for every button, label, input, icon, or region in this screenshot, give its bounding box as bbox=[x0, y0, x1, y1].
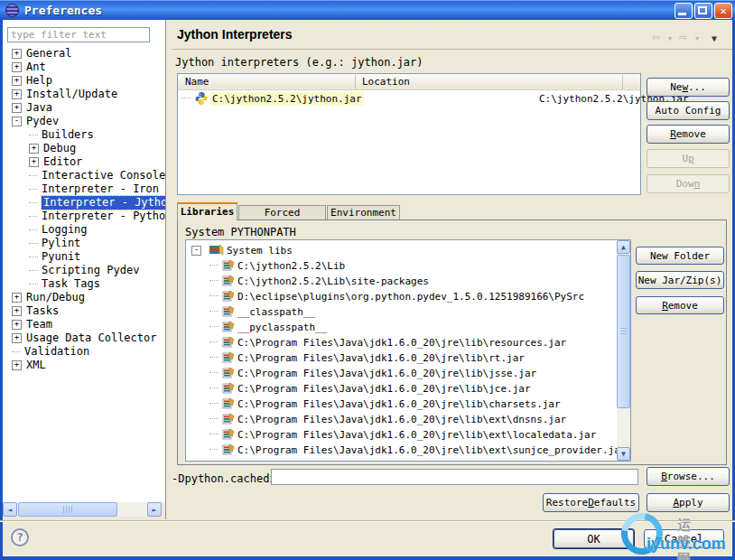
lib-item[interactable]: __pyclasspath__ bbox=[209, 320, 327, 334]
tab-libraries[interactable]: Libraries bbox=[177, 202, 237, 220]
close-button[interactable]: ✕ bbox=[714, 3, 732, 19]
expand-icon[interactable]: + bbox=[12, 62, 22, 72]
tree-item-interpreter-iron-py[interactable]: Interpreter - Iron Py bbox=[3, 182, 165, 196]
hscroll-thumb[interactable] bbox=[18, 502, 117, 517]
forward-dropdown-icon[interactable]: ▼ bbox=[695, 35, 699, 42]
expand-icon[interactable]: + bbox=[12, 360, 22, 370]
interpreters-table[interactable]: Name Location C:\jython2.5.2\jython.jar … bbox=[177, 73, 641, 195]
remove-interpreter-button[interactable]: Remove bbox=[647, 125, 730, 144]
help-button[interactable]: ? bbox=[11, 528, 29, 546]
expand-icon[interactable]: + bbox=[12, 333, 22, 343]
tree-item-run-debug[interactable]: +Run/Debug bbox=[3, 291, 165, 304]
remove-lib-button[interactable]: Remove bbox=[636, 296, 724, 314]
back-dropdown-icon[interactable]: ▼ bbox=[668, 35, 672, 42]
lib-item[interactable]: __classpath__ bbox=[209, 304, 315, 319]
titlebar[interactable]: Preferences ✕ bbox=[0, 0, 735, 20]
table-row[interactable]: C:\jython2.5.2\jython.jar C:\jython2.5.2… bbox=[178, 90, 640, 107]
tree-item-scripting-pydev[interactable]: Scripting Pydev bbox=[3, 264, 165, 277]
expand-icon[interactable]: + bbox=[29, 144, 39, 154]
lib-item[interactable]: C:\Program Files\Java\jdk1.6.0_20\jre\li… bbox=[209, 397, 561, 411]
restore-defaults-button[interactable]: Restore Defaults bbox=[543, 493, 639, 512]
filter-input[interactable] bbox=[7, 27, 150, 42]
column-separator[interactable] bbox=[355, 75, 356, 89]
tree-item-usage-data-collector[interactable]: +Usage Data Collector bbox=[3, 331, 165, 345]
tree-item-general[interactable]: +General bbox=[3, 47, 165, 61]
expand-icon[interactable]: + bbox=[29, 157, 39, 167]
browse-button[interactable]: Browse... bbox=[647, 467, 730, 486]
lib-item[interactable]: C:\jython2.5.2\Lib bbox=[209, 258, 345, 273]
tree-item-pydev[interactable]: -Pydev bbox=[3, 115, 165, 128]
tree-item-pylint[interactable]: Pylint bbox=[3, 237, 165, 250]
table-header[interactable]: Name Location bbox=[178, 74, 640, 90]
down-button[interactable]: Down bbox=[647, 174, 730, 193]
tree-item-tasks[interactable]: +Tasks bbox=[3, 304, 165, 318]
tree-item-help[interactable]: +Help bbox=[3, 74, 165, 88]
tree-item-logging[interactable]: Logging bbox=[3, 223, 165, 237]
tree-item-ant[interactable]: +Ant bbox=[3, 61, 165, 74]
maximize-button[interactable] bbox=[694, 3, 712, 19]
lib-item[interactable]: C:\Program Files\Java\jdk1.6.0_20\jre\li… bbox=[209, 443, 626, 457]
tree-item-interpreter-python[interactable]: Interpreter - Python bbox=[3, 210, 165, 223]
expand-icon[interactable]: + bbox=[12, 320, 22, 330]
minimize-button[interactable] bbox=[675, 3, 693, 19]
forward-icon[interactable]: ⇨ bbox=[679, 29, 687, 45]
tree-item-builders[interactable]: Builders bbox=[3, 128, 165, 142]
tree-item-editor[interactable]: +Editor bbox=[3, 155, 165, 169]
libs-root-label[interactable]: System libs bbox=[227, 245, 293, 257]
expand-icon[interactable]: + bbox=[12, 306, 22, 316]
lib-item[interactable]: C:\Program Files\Java\jdk1.6.0_20\jre\li… bbox=[209, 335, 566, 350]
column-location[interactable]: Location bbox=[362, 76, 410, 88]
expand-icon[interactable]: + bbox=[12, 49, 22, 59]
new-interpreter-button[interactable]: New... bbox=[647, 78, 730, 97]
sidebar-sash[interactable] bbox=[165, 20, 166, 519]
expand-icon[interactable]: + bbox=[12, 103, 22, 113]
tree-item-pyunit[interactable]: Pyunit bbox=[3, 250, 165, 264]
tab-environment[interactable]: Environment bbox=[327, 205, 400, 220]
column-separator[interactable] bbox=[622, 75, 623, 89]
lib-item[interactable]: C:\Program Files\Java\jdk1.6.0_20\jre\li… bbox=[209, 427, 596, 442]
lib-item[interactable]: C:\Program Files\Java\jdk1.6.0_20\jre\li… bbox=[209, 412, 566, 426]
tree-item-team[interactable]: +Team bbox=[3, 318, 165, 331]
libs-root-row[interactable]: - System libs bbox=[191, 243, 293, 257]
column-name[interactable]: Name bbox=[185, 76, 209, 88]
interpreter-name-cell[interactable]: C:\jython2.5.2\jython.jar bbox=[210, 92, 364, 106]
hscroll-left-arrow-icon[interactable]: ◄ bbox=[3, 502, 17, 517]
expand-icon[interactable]: + bbox=[12, 293, 22, 303]
libs-vscroll-thumb[interactable] bbox=[617, 255, 630, 408]
lib-item-label: C:\Program Files\Java\jdk1.6.0_20\jre\li… bbox=[237, 383, 531, 395]
tab-forced-builtins[interactable]: Forced Builtins bbox=[238, 205, 326, 220]
tree-item-interactive-console[interactable]: Interactive Console bbox=[3, 169, 165, 182]
up-button[interactable]: Up bbox=[647, 149, 730, 168]
new-jar-zip-button[interactable]: New Jar/Zip(s) bbox=[636, 271, 724, 289]
expand-icon[interactable]: + bbox=[12, 76, 22, 86]
tree-item-task-tags[interactable]: Task Tags bbox=[3, 277, 165, 291]
lib-item[interactable]: C:\jython2.5.2\Lib\site-packages bbox=[209, 274, 429, 288]
cachedir-input[interactable] bbox=[271, 469, 638, 485]
tree-connector bbox=[209, 265, 219, 266]
lib-item[interactable]: D:\eclipse\plugins\org.python.pydev_1.5.… bbox=[209, 289, 584, 303]
tree-item-java[interactable]: +Java bbox=[3, 101, 165, 115]
expand-icon[interactable]: + bbox=[12, 89, 22, 99]
back-icon[interactable]: ⇦ bbox=[652, 29, 660, 45]
collapse-icon[interactable]: - bbox=[12, 117, 22, 126]
tree-item-debug[interactable]: +Debug bbox=[3, 142, 165, 155]
lib-item[interactable]: C:\Program Files\Java\jdk1.6.0_20\jre\li… bbox=[209, 381, 531, 396]
sidebar: +General+Ant+Help+Install/Update+Java-Py… bbox=[3, 20, 165, 502]
collapse-icon[interactable]: - bbox=[191, 246, 201, 256]
tree-item-validation[interactable]: Validation bbox=[3, 345, 165, 359]
new-folder-button[interactable]: New Folder bbox=[636, 247, 724, 265]
lib-item[interactable]: C:\Program Files\Java\jdk1.6.0_20\jre\li… bbox=[209, 350, 525, 365]
tree-item-xml[interactable]: +XML bbox=[3, 359, 165, 372]
tree-connector bbox=[29, 189, 38, 191]
lib-item[interactable]: C:\Program Files\Java\jdk1.6.0_20\jre\li… bbox=[209, 366, 536, 380]
libs-vscroll-down-icon[interactable]: ▼ bbox=[617, 447, 630, 461]
sidebar-tree: +General+Ant+Help+Install/Update+Java-Py… bbox=[3, 47, 165, 372]
libs-vscroll-up-icon[interactable]: ▲ bbox=[617, 240, 630, 254]
view-menu-icon[interactable]: ▼ bbox=[712, 33, 717, 43]
libs-tree[interactable]: - System libs C:\jython2.5.2\LibC:\jytho… bbox=[185, 239, 631, 462]
hscroll-right-arrow-icon[interactable]: ► bbox=[147, 502, 162, 517]
tree-item-interpreter-jython[interactable]: Interpreter - Jython bbox=[3, 196, 165, 210]
tree-item-install-update[interactable]: +Install/Update bbox=[3, 88, 165, 101]
apply-button[interactable]: Apply bbox=[647, 493, 730, 512]
auto-config-button[interactable]: Auto Config bbox=[647, 101, 730, 120]
